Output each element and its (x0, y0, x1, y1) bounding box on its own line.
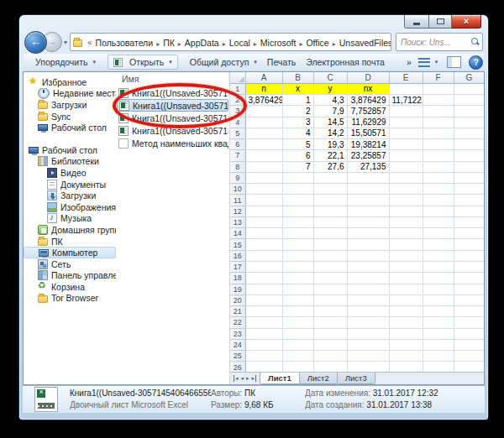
more-icon: » (407, 57, 412, 67)
sidebar-item-избранное[interactable]: Избранное (24, 76, 116, 88)
cell-C8: 27,6 (313, 161, 347, 172)
organize-button[interactable]: Упорядочить ▾ (30, 55, 101, 69)
sidebar-item-label: Рабочий стол (51, 123, 107, 133)
breadcrumb-item[interactable]: Microsoft (259, 38, 298, 48)
sidebar-item-сеть[interactable]: Сеть (24, 258, 116, 270)
sheet-tab-лист3[interactable]: Лист3 (337, 373, 375, 384)
share-button[interactable]: Общий доступ ▾ (185, 55, 262, 69)
cell-B9 (282, 172, 313, 183)
sidebar-item-label: Корзина (51, 282, 85, 292)
cell-A16 (245, 250, 282, 261)
cell-F14 (423, 228, 454, 239)
breadcrumb-overflow-chevron[interactable]: « (86, 38, 94, 47)
cell-C14 (313, 228, 347, 239)
sidebar-item-библиотеки[interactable]: Библиотеки (24, 156, 116, 168)
recent-pages-dropdown[interactable]: ▾ (64, 39, 67, 46)
sidebar-item-домашняя-группа[interactable]: Домашняя группа (24, 224, 116, 236)
change-view-button[interactable]: ▾ (417, 56, 440, 69)
last-sheet-button[interactable]: ▸ (252, 375, 257, 382)
cell-G5 (454, 128, 485, 138)
sidebar-item-label: Tor Browser (51, 293, 98, 303)
breadcrumb-separator[interactable]: ▸ (331, 40, 338, 48)
breadcrumb-separator[interactable]: ▸ (155, 40, 161, 48)
sidebar-item-недавние-места[interactable]: Недавние места (24, 88, 116, 100)
sidebar-item-загрузки[interactable]: Загрузки (24, 190, 116, 201)
prev-sheet-button[interactable]: ◂ (241, 375, 244, 382)
cell-E2: 11,71221 (389, 95, 423, 106)
chevron-down-icon: ▾ (169, 59, 172, 65)
cell-G22 (454, 317, 485, 328)
cell-A23 (245, 328, 282, 339)
sidebar-item-панель-управления[interactable]: Панель управления (24, 270, 116, 282)
cell-G7 (454, 150, 485, 161)
toolbar-overflow-button[interactable]: » (402, 55, 417, 69)
cell-B17 (282, 262, 313, 273)
sidebar-item-документы[interactable]: Документы (24, 179, 116, 190)
breadcrumb-separator[interactable]: ▸ (221, 40, 228, 48)
row-header-5: 5 (230, 128, 245, 138)
close-button[interactable]: × (452, 15, 481, 29)
chevron-down-icon: ▾ (435, 59, 438, 65)
row-header-8: 8 (230, 161, 245, 172)
row-header-25: 25 (230, 351, 245, 362)
search-input[interactable] (399, 37, 471, 48)
minimize-button[interactable] (404, 15, 429, 29)
cell-C22 (313, 317, 347, 328)
cell-F6 (423, 139, 454, 150)
address-row: ← → ▾ « Пользователи▸ПК▸AppData▸Local▸Mi… (24, 32, 483, 52)
breadcrumb-item[interactable]: Local (228, 38, 252, 48)
cell-B18 (282, 273, 313, 284)
navigation-sidebar: ИзбранноеНедавние местаЗагрузкиSyncРабоч… (24, 72, 116, 384)
sidebar-item-музыка[interactable]: Музыка (24, 213, 116, 225)
maximize-button[interactable] (429, 15, 452, 29)
print-label: Печать (267, 57, 296, 67)
sidebar-item-label: Компьютер (52, 248, 97, 258)
open-button[interactable]: Открыть ▾ (108, 55, 178, 70)
address-bar[interactable]: « Пользователи▸ПК▸AppData▸Local▸Microsof… (70, 33, 391, 51)
desktop-icon (29, 147, 39, 154)
breadcrumb: Пользователи▸ПК▸AppData▸Local▸Microsoft▸… (94, 34, 391, 50)
cell-E18 (389, 273, 423, 284)
back-button[interactable]: ← (24, 31, 47, 54)
sidebar-item-загрузки[interactable]: Загрузки (24, 99, 116, 111)
email-button[interactable]: Электронная почта (301, 55, 390, 69)
sidebar-item-sync[interactable]: Sync (24, 111, 116, 123)
breadcrumb-item[interactable]: ПК (161, 38, 176, 48)
sheet-tab-лист2[interactable]: Лист2 (299, 373, 338, 384)
sheet-tab-лист1[interactable]: Лист1 (260, 373, 300, 384)
breadcrumb-item[interactable]: Пользователи (94, 38, 155, 48)
sidebar-item-tor-browser[interactable]: Tor Browser (24, 293, 116, 305)
sidebar-item-рабочий-стол[interactable]: Рабочий стол (24, 122, 116, 133)
preview-pane-button[interactable] (447, 56, 461, 68)
help-button[interactable]: ? (469, 55, 483, 70)
downloads-icon (47, 190, 57, 201)
row-header-15: 15 (230, 239, 245, 250)
sidebar-item-корзина[interactable]: Корзина (24, 281, 116, 293)
cell-D5: 15,50571 (347, 128, 389, 138)
cell-D21 (347, 306, 389, 317)
cell-C24 (313, 339, 347, 350)
cell-F16 (423, 250, 454, 261)
file-item[interactable]: Метод наименьших квадратов (117, 137, 228, 149)
breadcrumb-separator[interactable]: ▸ (252, 40, 259, 48)
sidebar-item-label: Рабочий стол (42, 145, 97, 155)
sidebar-item-компьютер[interactable]: Компьютер (24, 247, 116, 258)
next-sheet-button[interactable]: ▸ (246, 375, 249, 382)
sidebar-item-пк[interactable]: ПК (24, 236, 116, 248)
breadcrumb-separator[interactable]: ▸ (176, 40, 183, 48)
cell-E23 (389, 328, 423, 339)
breadcrumb-item[interactable]: Office (304, 38, 330, 48)
print-button[interactable]: Печать (262, 55, 301, 69)
sidebar-item-видео[interactable]: Видео (24, 167, 116, 179)
help-icon: ? (474, 58, 479, 67)
column-header-B: B (282, 72, 313, 83)
breadcrumb-item[interactable]: AppData (183, 38, 221, 48)
first-sheet-button[interactable]: ◂ (234, 375, 239, 382)
breadcrumb-item[interactable]: UnsavedFiles (338, 38, 391, 48)
cell-F20 (423, 295, 454, 305)
spreadsheet-grid: ABCDEFG1nxynx23,87642914,33,87642911,712… (230, 72, 485, 373)
sidebar-item-label: Недавние места (53, 88, 116, 98)
sidebar-item-изображения[interactable]: Изображения (24, 201, 116, 213)
cell-G25 (454, 351, 485, 362)
sidebar-item-рабочий-стол[interactable]: Рабочий стол (24, 144, 116, 156)
